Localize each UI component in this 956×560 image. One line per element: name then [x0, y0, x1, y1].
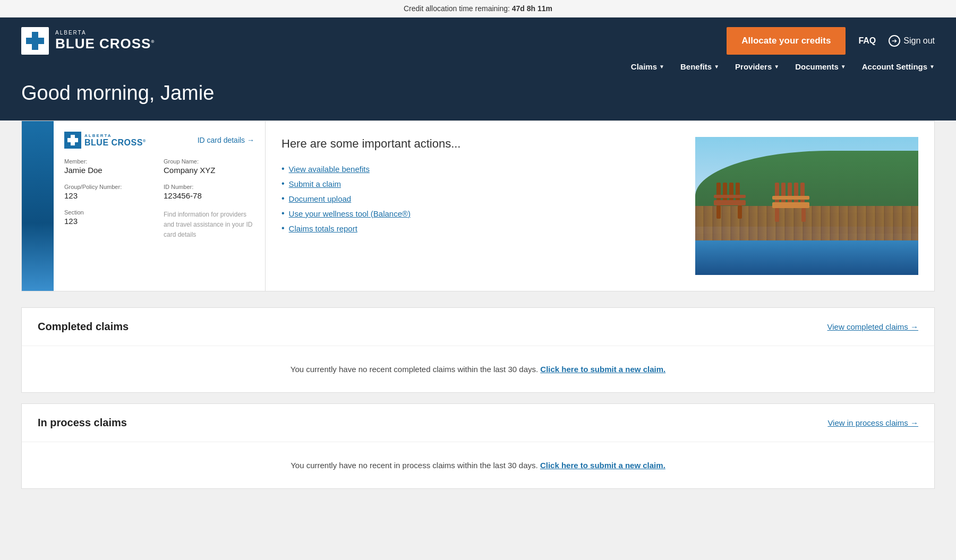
benefits-chevron-icon: ▼	[714, 64, 719, 70]
group-policy-value: 123	[64, 191, 78, 200]
svg-rect-1	[26, 38, 44, 44]
in-process-claims-section: In process claims View in process claims…	[21, 403, 935, 489]
list-item: Submit a claim	[281, 176, 695, 191]
id-card-brand-text: ALBERTA BLUE CROSS®	[84, 133, 146, 148]
claims-totals-link[interactable]: Claims totals report	[289, 224, 357, 233]
nav-account-settings[interactable]: Account Settings ▼	[862, 62, 935, 71]
main-content: ALBERTA BLUE CROSS® ID card details → Me…	[0, 120, 956, 521]
completed-claims-section: Completed claims View completed claims →…	[21, 307, 935, 393]
member-value: Jamie Doe	[64, 166, 103, 175]
claims-chevron-icon: ▼	[659, 64, 664, 70]
actions-heading: Here are some important actions...	[281, 137, 695, 151]
svg-rect-3	[67, 138, 78, 142]
actions-list: View available benefits Submit a claim D…	[281, 161, 695, 236]
section-field: Section 123	[64, 209, 155, 239]
greeting-bar: Good morning, Jamie	[0, 76, 956, 120]
view-completed-claims-link[interactable]: View completed claims →	[827, 322, 918, 331]
list-item: View available benefits	[281, 161, 695, 176]
in-process-claims-submit-link[interactable]: Click here to submit a new claim.	[540, 461, 665, 470]
svg-rect-9	[714, 195, 746, 198]
doc-upload-link[interactable]: Document upload	[289, 194, 352, 203]
svg-rect-19	[775, 208, 779, 222]
list-item: Claims totals report	[281, 221, 695, 236]
group-name-value: Company XYZ	[164, 166, 216, 175]
in-process-claims-body: You currently have no recent in process …	[22, 442, 934, 488]
allocate-credits-button[interactable]: Allocate your credits	[727, 27, 846, 55]
completed-claims-title: Completed claims	[38, 321, 129, 333]
wellness-tool-link[interactable]: Use your wellness tool (Balance®)	[289, 209, 411, 218]
top-banner: Credit allocation time remaining: 47d 8h…	[0, 0, 956, 18]
providers-chevron-icon: ▼	[774, 64, 779, 70]
chair2	[770, 180, 820, 222]
greeting-text: Good morning, Jamie	[21, 82, 935, 105]
id-card-details-link[interactable]: ID card details →	[198, 136, 254, 144]
banner-text: Credit allocation time remaining:	[404, 4, 512, 13]
hero-image	[695, 137, 918, 275]
header-actions: Allocate your credits FAQ ➔ Sign out	[727, 27, 935, 55]
id-card-body: ALBERTA BLUE CROSS® ID card details → Me…	[54, 121, 265, 291]
signout-icon: ➔	[889, 35, 900, 47]
id-card: ALBERTA BLUE CROSS® ID card details → Me…	[21, 120, 266, 291]
svg-rect-17	[772, 202, 809, 208]
list-item: Use your wellness tool (Balance®)	[281, 206, 695, 221]
svg-rect-20	[801, 208, 806, 222]
id-card-logo: ALBERTA BLUE CROSS®	[64, 132, 146, 149]
completed-claims-submit-link[interactable]: Click here to submit a new claim.	[540, 365, 665, 374]
completed-claims-body: You currently have no recent completed c…	[22, 346, 934, 392]
id-note: Find information for providers and trave…	[164, 211, 252, 238]
time-remaining: 47d 8h 11m	[512, 4, 552, 13]
id-number-field: ID Number: 123456-78	[164, 184, 254, 201]
header-top: ALBERTA BLUE CROSS® Allocate your credit…	[21, 18, 935, 62]
nav-benefits[interactable]: Benefits ▼	[680, 62, 719, 71]
logo-area: ALBERTA BLUE CROSS®	[21, 27, 155, 55]
id-card-blue-strip	[22, 121, 54, 291]
in-process-claims-empty-text: You currently have no recent in process …	[291, 461, 540, 470]
signout-label: Sign out	[903, 36, 935, 46]
id-card-cross-icon	[64, 132, 81, 149]
submit-claim-link[interactable]: Submit a claim	[289, 179, 341, 188]
documents-chevron-icon: ▼	[841, 64, 846, 70]
nav-claims[interactable]: Claims ▼	[631, 62, 664, 71]
in-process-claims-header: In process claims View in process claims…	[22, 404, 934, 442]
view-benefits-link[interactable]: View available benefits	[289, 165, 370, 174]
group-policy-field: Group/Policy Number: 123	[64, 184, 155, 201]
svg-rect-18	[772, 196, 809, 200]
id-card-header: ALBERTA BLUE CROSS® ID card details →	[64, 132, 254, 149]
svg-rect-11	[738, 205, 742, 219]
nav-documents[interactable]: Documents ▼	[795, 62, 846, 71]
in-process-claims-title: In process claims	[38, 417, 127, 429]
group-name-field: Group Name: Company XYZ	[164, 158, 254, 175]
section-label: Section	[64, 209, 155, 216]
actions-card: Here are some important actions... View …	[266, 120, 935, 291]
chair1	[711, 180, 756, 220]
logo-alberta: ALBERTA	[55, 30, 155, 36]
view-in-process-claims-link[interactable]: View in process claims →	[827, 418, 918, 427]
completed-claims-empty-text: You currently have no recent completed c…	[291, 365, 541, 374]
logo-bluecross: BLUE CROSS®	[55, 36, 155, 52]
group-name-label: Group Name:	[164, 158, 254, 165]
logo-text: ALBERTA BLUE CROSS®	[55, 30, 155, 52]
id-fields: Member: Jamie Doe Group Name: Company XY…	[64, 158, 254, 239]
id-number-label: ID Number:	[164, 184, 254, 190]
faq-link[interactable]: FAQ	[858, 36, 876, 46]
id-note-field: Find information for providers and trave…	[164, 209, 254, 239]
nav-providers[interactable]: Providers ▼	[735, 62, 779, 71]
group-policy-label: Group/Policy Number:	[64, 184, 155, 190]
actions-content: Here are some important actions... View …	[281, 137, 695, 275]
signout-link[interactable]: ➔ Sign out	[889, 35, 935, 47]
member-label: Member:	[64, 158, 155, 165]
id-number-value: 123456-78	[164, 191, 202, 200]
member-field: Member: Jamie Doe	[64, 158, 155, 175]
logo-cross-icon	[21, 27, 49, 55]
section-value: 123	[64, 217, 78, 226]
account-settings-chevron-icon: ▼	[929, 64, 935, 70]
header-nav: Claims ▼ Benefits ▼ Providers ▼ Document…	[21, 62, 935, 76]
header: ALBERTA BLUE CROSS® Allocate your credit…	[0, 18, 956, 76]
svg-rect-10	[716, 205, 721, 219]
svg-rect-8	[714, 200, 746, 205]
cards-row: ALBERTA BLUE CROSS® ID card details → Me…	[21, 120, 935, 291]
list-item: Document upload	[281, 191, 695, 206]
completed-claims-header: Completed claims View completed claims →	[22, 308, 934, 346]
